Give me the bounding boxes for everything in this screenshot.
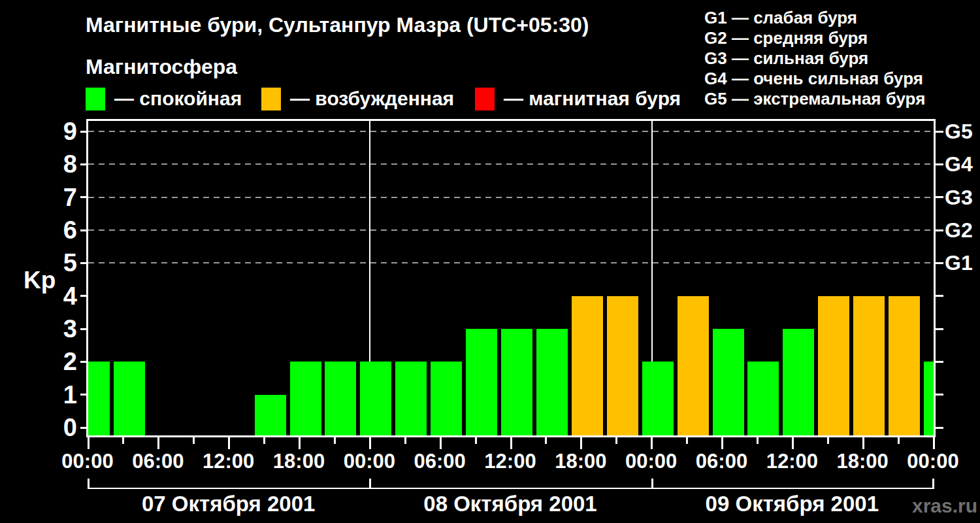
kp-bar xyxy=(290,362,321,435)
kp-bar xyxy=(607,296,638,435)
x-axis-time-label: 00:00 xyxy=(894,450,972,473)
kp-bar xyxy=(501,329,532,435)
kp-bar xyxy=(818,296,849,435)
y-tick-right-0 xyxy=(936,427,943,429)
right-axis-label-g1: G1 xyxy=(945,252,973,274)
kp-bar xyxy=(853,296,885,435)
x-tick-9h xyxy=(193,437,195,444)
date-label: 09 Октября 2001 xyxy=(648,492,936,516)
kp-bar xyxy=(642,362,674,435)
y-tick-left-6 xyxy=(80,229,88,231)
x-tick-54h xyxy=(721,437,723,449)
legend-label-quiet: — спокойная xyxy=(114,88,242,110)
date-bracket-tick xyxy=(369,479,371,489)
y-axis-label-0: 0 xyxy=(20,415,77,440)
disturbed-color-swatch xyxy=(261,88,281,110)
kp-bar xyxy=(572,296,603,435)
y-tick-left-5 xyxy=(80,262,88,264)
y-tick-left-3 xyxy=(80,328,88,330)
x-tick-12h xyxy=(228,437,230,449)
x-axis-time-label: 12:00 xyxy=(753,450,831,473)
kp-bar xyxy=(713,329,744,435)
plot-area xyxy=(86,119,936,437)
kp-bar xyxy=(114,362,145,435)
x-tick-15h xyxy=(263,437,265,444)
kp-bar xyxy=(924,362,934,435)
legend-label-disturbed: — возбужденная xyxy=(290,88,454,110)
y-axis-label-9: 9 xyxy=(20,119,77,144)
gridline-kp5 xyxy=(88,262,934,263)
storm-scale-item-g1: G1 — слабая буря xyxy=(704,8,925,28)
y-tick-left-7 xyxy=(80,196,88,198)
kp-bar xyxy=(255,395,286,435)
kp-bar xyxy=(431,362,462,435)
right-axis-label-g4: G4 xyxy=(945,153,973,175)
storm-color-swatch xyxy=(475,88,495,110)
x-axis-time-label: 18:00 xyxy=(823,450,902,473)
x-tick-48h xyxy=(651,437,653,449)
kp-bar xyxy=(747,362,779,435)
y-axis-label-6: 6 xyxy=(20,218,77,243)
y-tick-right-4 xyxy=(936,295,943,297)
kp-bar xyxy=(395,362,427,435)
x-axis-time-label: 06:00 xyxy=(400,450,479,473)
kp-bar xyxy=(88,362,110,435)
magnetic-storms-page: Магнитные бури, Сультанпур Мазра (UTC+05… xyxy=(0,0,980,523)
x-tick-0h xyxy=(88,437,90,449)
y-tick-right-9 xyxy=(936,131,943,133)
x-tick-72h xyxy=(933,437,935,449)
legend-label-storm: — магнитная буря xyxy=(504,88,681,110)
x-tick-6h xyxy=(157,437,159,449)
page-title: Магнитные бури, Сультанпур Мазра (UTC+05… xyxy=(86,13,589,37)
watermark: xras.ru xyxy=(912,495,973,517)
kp-bar xyxy=(325,362,356,435)
x-tick-66h xyxy=(862,437,864,449)
storm-scale-legend: G1 — слабая буряG2 — средняя буряG3 — си… xyxy=(704,8,925,109)
y-tick-left-1 xyxy=(80,394,88,396)
x-tick-42h xyxy=(580,437,582,449)
y-tick-right-1 xyxy=(936,394,943,396)
y-tick-right-3 xyxy=(936,328,943,330)
x-tick-3h xyxy=(122,437,124,444)
x-tick-60h xyxy=(792,437,794,449)
y-axis-label-3: 3 xyxy=(20,316,77,341)
y-axis-label-4: 4 xyxy=(20,284,77,309)
y-tick-left-0 xyxy=(80,427,88,429)
kp-bar xyxy=(466,329,497,435)
storm-scale-item-g4: G4 — очень сильная буря xyxy=(704,69,925,89)
x-axis-time-label: 18:00 xyxy=(542,450,620,473)
storm-scale-item-g2: G2 — средняя буря xyxy=(704,28,925,48)
y-tick-left-8 xyxy=(80,163,88,165)
x-axis-time-label: 12:00 xyxy=(189,450,268,473)
y-axis-label-8: 8 xyxy=(20,152,77,177)
quiet-color-swatch xyxy=(86,88,105,110)
date-bracket-tick xyxy=(651,479,653,489)
legend-item-storm: — магнитная буря xyxy=(475,87,681,110)
legend-item-disturbed: — возбужденная xyxy=(261,87,454,110)
storm-scale-item-g3: G3 — сильная буря xyxy=(704,48,925,69)
x-tick-51h xyxy=(686,437,688,444)
kp-bar xyxy=(536,329,568,435)
kp-bar xyxy=(783,329,814,435)
y-axis-label-5: 5 xyxy=(20,250,77,275)
plot-inner xyxy=(88,121,934,435)
date-bracket xyxy=(88,488,934,489)
x-tick-69h xyxy=(898,437,900,444)
x-axis-time-label: 00:00 xyxy=(48,450,127,473)
date-label: 07 Октября 2001 xyxy=(85,492,372,516)
storm-scale-item-g5: G5 — экстремальная буря xyxy=(704,89,925,109)
kp-bar xyxy=(678,296,709,435)
x-tick-57h xyxy=(757,437,759,444)
date-label: 08 Октября 2001 xyxy=(367,492,654,516)
x-axis-time-label: 06:00 xyxy=(683,450,761,473)
y-tick-right-2 xyxy=(936,361,943,363)
right-axis-label-g5: G5 xyxy=(945,120,973,143)
legend-item-quiet: — спокойная xyxy=(86,87,242,110)
date-bracket-tick xyxy=(932,479,934,489)
y-tick-right-5 xyxy=(936,262,943,264)
x-tick-45h xyxy=(615,437,617,444)
y-axis-label-2: 2 xyxy=(20,349,77,374)
kp-bar xyxy=(360,362,391,435)
x-axis-time-label: 00:00 xyxy=(330,450,408,473)
y-tick-right-6 xyxy=(936,229,943,231)
